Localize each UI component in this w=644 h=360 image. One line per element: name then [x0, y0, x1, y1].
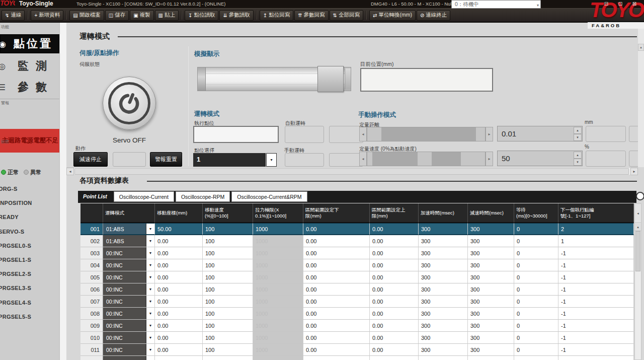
row-number-cell[interactable]: 012 — [80, 356, 103, 360]
decel-time-cell[interactable]: 300 — [468, 296, 514, 308]
distance-slider-left-arrow[interactable]: ◂ — [359, 127, 367, 141]
speed-cell[interactable]: 100 — [203, 271, 253, 283]
mode-dropdown-cell[interactable]: 00:INC▼ — [103, 296, 155, 308]
accel-time-cell[interactable]: 300 — [419, 296, 468, 308]
accel-time-cell[interactable]: 300 — [419, 344, 468, 356]
tab-oscilloscope-rpm[interactable]: Oscilloscope-RPM — [176, 191, 230, 202]
spinner-down-icon[interactable]: ▼ — [574, 134, 582, 141]
range-lower-cell[interactable]: 0.00 — [303, 247, 370, 259]
settings-icon[interactable]: ⊟ — [601, 1, 612, 7]
decel-time-cell[interactable]: 300 — [468, 308, 514, 320]
speed-spinner[interactable]: ▲▼ — [574, 152, 582, 165]
alarm-reset-button[interactable]: 警報重置 — [150, 152, 182, 167]
tab-strip-circle-icon[interactable] — [636, 192, 644, 200]
chevron-down-icon[interactable]: ▼ — [146, 247, 154, 259]
coord-cell[interactable]: 50.00 — [155, 223, 203, 235]
decel-time-cell[interactable]: 300 — [468, 259, 514, 271]
coord-cell[interactable]: 0.00 — [155, 247, 203, 259]
mode-dropdown-cell[interactable]: 01:ABS▼ — [103, 235, 155, 247]
accel-time-cell[interactable]: 300 — [419, 356, 468, 360]
next-point-cell[interactable]: -1 — [558, 271, 634, 283]
next-point-cell[interactable]: -1 — [558, 296, 634, 308]
connect-button[interactable]: ↯連線 — [2, 10, 25, 21]
sidebar-item-monitor[interactable]: ◎ 監 測 — [0, 56, 59, 76]
wait-cell[interactable]: 0 — [514, 271, 558, 283]
tab-oscilloscope-current-rpm[interactable]: Oscilloscope-Current&RPM — [231, 191, 307, 202]
force-limit-cell[interactable]: 1000 — [253, 320, 303, 332]
next-point-cell[interactable]: -1 — [558, 259, 634, 271]
wait-cell[interactable]: 0 — [514, 356, 558, 360]
range-upper-cell[interactable]: 0.00 — [370, 356, 419, 360]
mode-dropdown-cell[interactable]: 00:INC▼ — [103, 247, 155, 259]
speed-slider-right-arrow[interactable]: ▸ — [486, 152, 493, 166]
file-new-button[interactable]: +新增資料 — [31, 10, 63, 21]
range-upper-cell[interactable]: 0.00 — [370, 344, 419, 356]
next-point-cell[interactable]: -1 — [558, 320, 634, 332]
distance-slider-right-arrow[interactable]: ▸ — [486, 127, 493, 141]
range-upper-cell[interactable]: 0.00 — [370, 271, 419, 283]
row-number-cell[interactable]: 001 — [80, 223, 103, 235]
wait-cell[interactable]: 0 — [514, 344, 558, 356]
point-select-dropdown[interactable]: 1 — [193, 153, 266, 167]
folder-open-button[interactable]: ▤開啟檔案 — [69, 10, 104, 21]
speed-cell[interactable]: 100 — [203, 344, 253, 356]
mode-dropdown-cell[interactable]: 00:INC▼ — [103, 259, 155, 271]
speed-cell[interactable]: 100 — [203, 235, 253, 247]
wait-cell[interactable]: 0 — [514, 320, 558, 332]
speed-slider-left-arrow[interactable]: ◂ — [359, 152, 367, 166]
range-upper-cell[interactable]: 0.00 — [370, 235, 419, 247]
table-scroll-up-icon[interactable]: ▴ — [635, 224, 641, 231]
force-limit-cell[interactable]: 1000 — [253, 296, 303, 308]
scroll-left-icon[interactable]: ◂ — [66, 168, 74, 175]
wait-cell[interactable]: 0 — [514, 223, 558, 235]
coord-cell[interactable]: 0.00 — [155, 259, 203, 271]
table-scroll-left-icon[interactable]: ◂ — [635, 204, 641, 223]
next-point-cell[interactable]: -1 — [558, 332, 634, 344]
row-number-cell[interactable]: 005 — [80, 271, 103, 283]
force-limit-cell[interactable]: 1000 — [253, 247, 303, 259]
range-upper-cell[interactable]: 0.00 — [370, 296, 419, 308]
spinner-up-icon[interactable]: ▲ — [574, 127, 582, 134]
range-lower-cell[interactable]: 0.00 — [303, 332, 370, 344]
chevron-down-icon[interactable]: ▼ — [146, 308, 154, 319]
force-limit-cell[interactable]: 1000 — [253, 223, 303, 235]
wait-cell[interactable]: 0 — [514, 332, 558, 344]
decel-time-cell[interactable]: 300 — [468, 320, 514, 332]
disabled-action-button[interactable] — [113, 152, 146, 167]
speed-cell[interactable]: 100 — [203, 296, 253, 308]
row-number-cell[interactable]: 011 — [80, 344, 103, 356]
chevron-down-icon[interactable]: ▼ — [146, 271, 154, 283]
mode-dropdown-cell[interactable]: 00:INC▼ — [103, 271, 155, 283]
tab-point-list[interactable]: Point List — [78, 191, 112, 202]
wait-cell[interactable]: 0 — [514, 296, 558, 308]
row-number-cell[interactable]: 002 — [80, 235, 103, 247]
distance-slider[interactable] — [367, 127, 486, 141]
wait-cell[interactable]: 0 — [514, 259, 558, 271]
accel-time-cell[interactable]: 300 — [419, 235, 468, 247]
chevron-down-icon[interactable]: ▼ — [146, 259, 154, 271]
speed-cell[interactable]: 100 — [203, 283, 253, 296]
force-limit-cell[interactable]: 1000 — [253, 283, 303, 296]
force-limit-cell[interactable]: 1000 — [253, 332, 303, 344]
sidebar-item-parameter[interactable]: ☰ 參 數 — [0, 77, 59, 97]
next-point-cell[interactable]: -1 — [558, 344, 634, 356]
coord-cell[interactable]: 0.00 — [155, 356, 203, 360]
paste-button[interactable]: ▥貼上 — [155, 10, 179, 21]
row-number-cell[interactable]: 003 — [80, 247, 103, 259]
exec-point-field[interactable] — [193, 126, 279, 143]
coord-cell[interactable]: 0.00 — [155, 320, 203, 332]
row-number-cell[interactable]: 008 — [80, 308, 103, 320]
force-limit-cell[interactable]: 1000 — [253, 259, 303, 271]
chevron-down-icon[interactable]: ▼ — [146, 356, 154, 360]
decel-time-cell[interactable]: 300 — [468, 344, 514, 356]
row-number-cell[interactable]: 006 — [80, 283, 103, 296]
wait-cell[interactable]: 0 — [514, 308, 558, 320]
range-lower-cell[interactable]: 0.00 — [303, 308, 370, 320]
force-limit-cell[interactable]: 1000 — [253, 344, 303, 356]
range-lower-cell[interactable]: 0.00 — [303, 344, 370, 356]
mode-dropdown-cell[interactable]: 00:INC▼ — [103, 332, 155, 344]
speed-cell[interactable]: 100 — [203, 356, 253, 360]
next-point-cell[interactable]: -1 — [558, 283, 634, 296]
speed-cell[interactable]: 100 — [203, 259, 253, 271]
auto-run-button-1[interactable] — [285, 126, 324, 143]
